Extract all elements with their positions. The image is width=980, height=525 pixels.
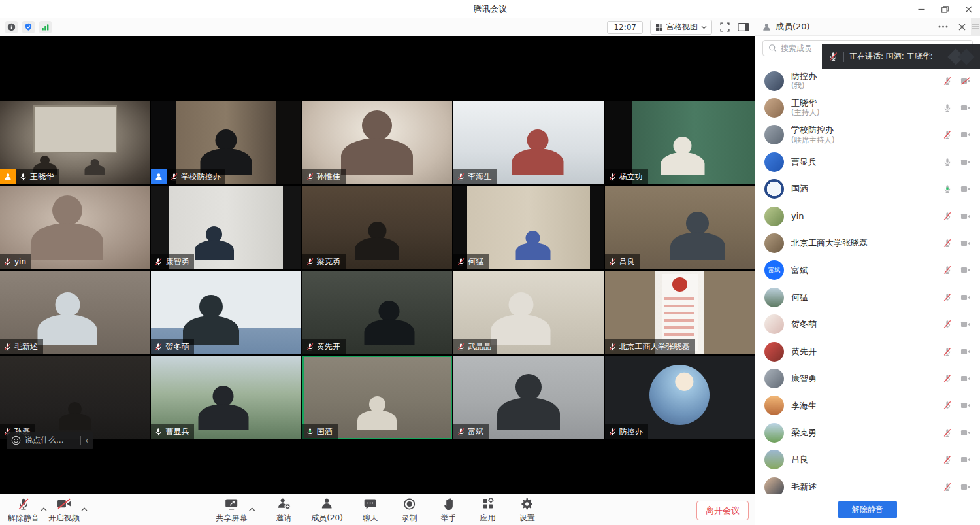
member-mic-button[interactable] — [943, 76, 952, 86]
member-mic-button[interactable] — [943, 455, 952, 464]
member-row[interactable]: yin — [755, 203, 980, 229]
member-mic-button[interactable] — [943, 130, 952, 139]
network-quality-button[interactable] — [39, 21, 52, 33]
member-mic-button[interactable] — [943, 483, 952, 492]
member-mic-button[interactable] — [943, 265, 952, 275]
leave-meeting-button[interactable]: 离开会议 — [696, 501, 749, 520]
member-row[interactable]: 王晓华 (主持人) — [755, 94, 980, 121]
member-mic-button[interactable] — [943, 212, 952, 221]
meeting-info-button[interactable] — [5, 21, 18, 33]
restore-button[interactable] — [933, 0, 956, 18]
video-tile[interactable]: 康智勇 — [151, 186, 301, 269]
invite-button[interactable]: 邀请 — [272, 497, 295, 524]
side-panel-toggle-button[interactable] — [738, 22, 749, 32]
video-tile[interactable]: 梁克勇 — [302, 186, 452, 269]
video-tile[interactable]: 吕良 — [605, 186, 755, 269]
video-tile[interactable]: 何猛 — [453, 186, 603, 269]
member-camera-button[interactable] — [960, 131, 971, 139]
member-camera-button[interactable] — [960, 266, 971, 274]
members-button[interactable]: 成员(20) — [311, 497, 343, 524]
minimize-button[interactable] — [909, 0, 933, 18]
start-video-button[interactable]: 开启视频 — [48, 497, 80, 524]
member-row[interactable]: 毛新述 — [755, 473, 980, 494]
member-row[interactable]: 国酒 — [755, 176, 980, 203]
member-row[interactable]: 何猛 — [755, 284, 980, 311]
view-mode-selector[interactable]: 宫格视图 — [650, 20, 712, 35]
video-tile[interactable]: 孙惟佳 — [302, 101, 452, 184]
video-tile[interactable]: 北京工商大学张晓磊 — [605, 271, 755, 354]
member-mic-button[interactable] — [943, 158, 952, 167]
video-tile[interactable]: 武晶晶 — [453, 271, 603, 354]
apps-button[interactable]: 应用 — [476, 497, 500, 524]
member-camera-button[interactable] — [960, 483, 971, 491]
member-camera-button[interactable] — [960, 375, 971, 382]
member-camera-button[interactable] — [960, 456, 971, 464]
member-camera-button[interactable] — [960, 294, 971, 301]
member-row[interactable]: 北京工商大学张晓磊 — [755, 229, 980, 256]
video-tile[interactable]: 曹显兵 — [151, 356, 301, 439]
member-mic-button[interactable] — [943, 347, 952, 356]
member-camera-button[interactable] — [960, 348, 971, 356]
member-camera-button[interactable] — [960, 212, 971, 220]
raise-hand-button[interactable]: 举手 — [437, 497, 461, 524]
close-button[interactable] — [956, 0, 980, 18]
member-row[interactable]: 黄先开 — [755, 338, 980, 365]
member-camera-button[interactable] — [960, 429, 971, 437]
members-panel-title: 成员(20) — [776, 21, 810, 33]
member-camera-button[interactable] — [960, 158, 971, 166]
member-row[interactable]: 曹显兵 — [755, 148, 980, 175]
video-tile[interactable]: 富斌 — [453, 356, 603, 439]
panel-unmute-button[interactable]: 解除静音 — [838, 501, 897, 518]
member-row[interactable]: 学校防控办 (联席主持人) — [755, 122, 980, 148]
close-panel-button[interactable] — [953, 18, 971, 35]
member-mic-button[interactable] — [943, 428, 952, 437]
member-camera-button[interactable] — [960, 77, 971, 85]
member-mic-button[interactable] — [943, 401, 952, 410]
member-mic-button[interactable] — [943, 320, 952, 329]
member-mic-button[interactable] — [943, 184, 952, 194]
video-tile[interactable]: 杨立功 — [605, 101, 755, 184]
member-camera-button[interactable] — [960, 104, 971, 112]
video-tile[interactable]: 防控办 — [605, 356, 755, 439]
panel-drag-handle[interactable] — [971, 18, 980, 35]
member-camera-button[interactable] — [960, 320, 971, 328]
member-camera-button[interactable] — [960, 239, 971, 247]
fullscreen-button[interactable] — [719, 22, 730, 33]
member-row[interactable]: 梁克勇 — [755, 419, 980, 446]
video-options-caret[interactable] — [81, 501, 88, 514]
audio-options-caret[interactable] — [41, 501, 47, 514]
video-tile[interactable]: 黄先开 — [302, 271, 452, 354]
settings-button[interactable]: 设置 — [515, 497, 539, 524]
member-camera-button[interactable] — [960, 185, 971, 193]
video-tile[interactable]: 李海生 — [453, 101, 603, 184]
member-name: 北京工商大学张晓磊 — [791, 238, 868, 248]
record-button[interactable]: 录制 — [398, 497, 421, 524]
video-tile[interactable]: 贺冬萌 — [151, 271, 301, 354]
members-panel-header: 成员(20) — [755, 18, 980, 36]
member-row[interactable]: 康智勇 — [755, 365, 980, 392]
video-tile[interactable]: 国酒 — [302, 356, 452, 439]
share-screen-button[interactable]: 共享屏幕 — [216, 497, 247, 524]
more-options-button[interactable] — [933, 18, 953, 35]
member-row[interactable]: 富斌 富斌 — [755, 257, 980, 284]
share-options-caret[interactable] — [248, 501, 255, 514]
member-mic-button[interactable] — [943, 103, 952, 112]
video-tile[interactable]: 王晓华 — [0, 101, 150, 184]
collapse-chat-button[interactable]: ‹ — [85, 436, 88, 445]
quick-chat-input[interactable]: 说点什么... ‹ — [7, 432, 93, 449]
member-mic-button[interactable] — [943, 374, 952, 383]
video-tile[interactable]: 学校防控办 — [151, 101, 301, 184]
member-row[interactable]: 贺冬萌 — [755, 311, 980, 338]
security-button[interactable] — [22, 21, 35, 33]
member-row[interactable]: 吕良 — [755, 446, 980, 473]
member-mic-button[interactable] — [943, 293, 952, 302]
video-tile[interactable]: 毛新述 — [0, 271, 150, 354]
video-tile[interactable]: yin — [0, 186, 150, 269]
member-row[interactable]: 李海生 — [755, 392, 980, 419]
chat-button[interactable]: 聊天 — [359, 497, 382, 524]
video-tile[interactable]: 孙磊 — [0, 356, 150, 439]
member-mic-button[interactable] — [943, 239, 952, 248]
member-camera-button[interactable] — [960, 401, 971, 409]
unmute-button[interactable]: 解除静音 — [8, 497, 39, 524]
member-row[interactable]: 防控办 (我) — [755, 67, 980, 94]
